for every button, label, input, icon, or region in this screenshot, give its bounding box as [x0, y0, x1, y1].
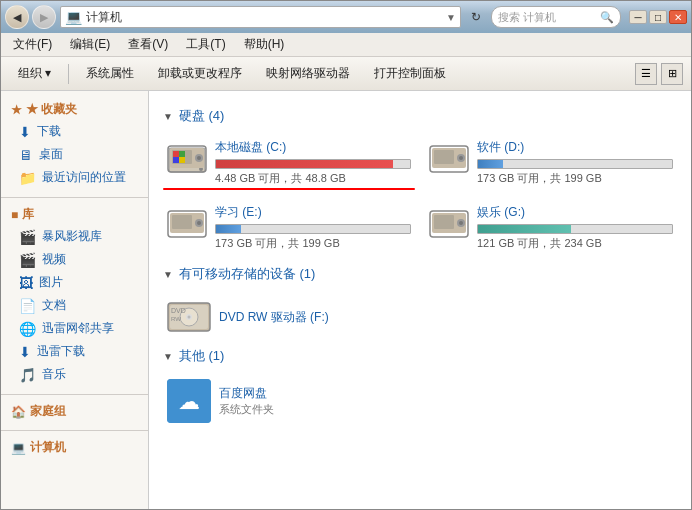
homegroup-icon: 🏠 [11, 405, 26, 419]
music-icon: 🎵 [19, 367, 36, 383]
sidebar-item-download[interactable]: ⬇ 下载 [1, 120, 148, 143]
svg-text:☁: ☁ [178, 389, 200, 414]
favorites-title[interactable]: ★ ★ 收藏夹 [1, 97, 148, 120]
drive-c[interactable]: 本地磁盘 (C:) 4.48 GB 可用，共 48.8 GB [163, 135, 415, 190]
sidebar-item-docs[interactable]: 📄 文档 [1, 294, 148, 317]
dvd-icon: DVD RW [167, 297, 211, 337]
svg-text:RW: RW [171, 316, 181, 322]
drive-d-progress [477, 159, 673, 169]
hard-disks-grid: 本地磁盘 (C:) 4.48 GB 可用，共 48.8 GB [163, 135, 677, 255]
view-options-button[interactable]: ☰ [635, 63, 657, 85]
properties-button[interactable]: 系统属性 [77, 60, 143, 87]
menu-help[interactable]: 帮助(H) [236, 34, 293, 55]
library-icon: ■ [11, 208, 18, 222]
content-area: ▼ 硬盘 (4) [149, 91, 691, 509]
sidebar-item-desktop[interactable]: 🖥 桌面 [1, 143, 148, 166]
drive-c-fill [216, 160, 393, 168]
drive-c-progress [215, 159, 411, 169]
toolbar-right: ☰ ⊞ [635, 63, 683, 85]
sidebar-item-video[interactable]: 🎬 视频 [1, 248, 148, 271]
sidebar-item-xunlei-share[interactable]: 🌐 迅雷网邻共享 [1, 317, 148, 340]
forward-button[interactable]: ▶ [32, 5, 56, 29]
drive-g[interactable]: 娱乐 (G:) 121 GB 可用，共 234 GB [425, 200, 677, 255]
drive-c-space: 4.48 GB 可用，共 48.8 GB [215, 171, 411, 186]
svg-rect-11 [179, 157, 185, 163]
back-button[interactable]: ◀ [5, 5, 29, 29]
close-button[interactable]: ✕ [669, 10, 687, 24]
drive-d-fill [478, 160, 503, 168]
search-placeholder: 搜索 计算机 [498, 10, 597, 25]
storm-icon: 🎬 [19, 229, 36, 245]
dvd-drive[interactable]: DVD RW DVD RW 驱动器 (F:) [163, 293, 677, 341]
xunlei-download-icon: ⬇ [19, 344, 31, 360]
window: ◀ ▶ 💻 计算机 ▼ ↻ 搜索 计算机 🔍 ─ □ ✕ 文件(F) 编辑(E)… [0, 0, 692, 510]
address-dropdown-icon[interactable]: ▼ [446, 12, 456, 23]
homegroup-title[interactable]: 🏠 家庭组 [1, 399, 148, 422]
svg-rect-10 [173, 157, 179, 163]
sidebar-item-storm[interactable]: 🎬 暴风影视库 [1, 225, 148, 248]
menu-tools[interactable]: 工具(T) [178, 34, 233, 55]
toolbar: 组织 ▾ 系统属性 卸载或更改程序 映射网络驱动器 打开控制面板 ☰ ⊞ [1, 57, 691, 91]
pictures-icon: 🖼 [19, 275, 33, 291]
uninstall-button[interactable]: 卸载或更改程序 [149, 60, 251, 87]
drive-g-icon [429, 204, 469, 242]
menu-file[interactable]: 文件(F) [5, 34, 60, 55]
sidebar-item-xunlei-download[interactable]: ⬇ 迅雷下载 [1, 340, 148, 363]
drive-e-icon [167, 204, 207, 242]
sidebar-divider-3 [1, 430, 148, 431]
desktop-icon: 🖥 [19, 147, 33, 163]
title-bar: ◀ ▶ 💻 计算机 ▼ ↻ 搜索 计算机 🔍 ─ □ ✕ [1, 1, 691, 33]
nav-buttons: ◀ ▶ [5, 5, 56, 29]
organize-button[interactable]: 组织 ▾ [9, 60, 60, 87]
hard-disks-collapse-icon[interactable]: ▼ [163, 111, 173, 122]
sidebar: ★ ★ 收藏夹 ⬇ 下载 🖥 桌面 📁 最近访问的位置 [1, 91, 149, 509]
svg-point-7 [197, 156, 201, 160]
recent-icon: 📁 [19, 170, 36, 186]
refresh-button[interactable]: ↻ [465, 6, 487, 28]
drive-d[interactable]: 软件 (D:) 173 GB 可用，共 199 GB [425, 135, 677, 190]
svg-point-16 [459, 156, 463, 160]
main-area: ★ ★ 收藏夹 ⬇ 下载 🖥 桌面 📁 最近访问的位置 [1, 91, 691, 509]
address-bar[interactable]: 💻 计算机 ▼ [60, 6, 461, 28]
baidu-type: 系统文件夹 [219, 402, 274, 417]
removable-header: ▼ 有可移动存储的设备 (1) [163, 265, 677, 283]
menu-view[interactable]: 查看(V) [120, 34, 176, 55]
other-collapse-icon[interactable]: ▼ [163, 351, 173, 362]
search-bar[interactable]: 搜索 计算机 🔍 [491, 6, 621, 28]
drive-d-name: 软件 (D:) [477, 139, 673, 156]
control-panel-button[interactable]: 打开控制面板 [365, 60, 455, 87]
menu-edit[interactable]: 编辑(E) [62, 34, 118, 55]
other-header: ▼ 其他 (1) [163, 347, 677, 365]
computer-title[interactable]: 💻 计算机 [1, 435, 148, 458]
drive-c-name: 本地磁盘 (C:) [215, 139, 411, 156]
sidebar-item-recent[interactable]: 📁 最近访问的位置 [1, 166, 148, 189]
svg-rect-8 [173, 151, 179, 157]
baidu-item[interactable]: ☁ 百度网盘 系统文件夹 [163, 375, 677, 427]
minimize-button[interactable]: ─ [629, 10, 647, 24]
map-drive-button[interactable]: 映射网络驱动器 [257, 60, 359, 87]
star-icon: ★ [11, 103, 22, 117]
drive-g-space: 121 GB 可用，共 234 GB [477, 236, 673, 251]
drive-d-icon [429, 139, 469, 177]
maximize-button[interactable]: □ [649, 10, 667, 24]
favorites-section: ★ ★ 收藏夹 ⬇ 下载 🖥 桌面 📁 最近访问的位置 [1, 97, 148, 189]
sidebar-item-music[interactable]: 🎵 音乐 [1, 363, 148, 386]
drive-g-info: 娱乐 (G:) 121 GB 可用，共 234 GB [477, 204, 673, 251]
pane-toggle-button[interactable]: ⊞ [661, 63, 683, 85]
svg-text:DVD: DVD [171, 307, 186, 314]
baidu-name: 百度网盘 [219, 385, 274, 402]
library-title[interactable]: ■ 库 [1, 202, 148, 225]
drive-c-icon [167, 139, 207, 177]
drive-g-fill [478, 225, 571, 233]
drive-d-info: 软件 (D:) 173 GB 可用，共 199 GB [477, 139, 673, 186]
drive-c-info: 本地磁盘 (C:) 4.48 GB 可用，共 48.8 GB [215, 139, 411, 186]
drive-e[interactable]: 学习 (E:) 173 GB 可用，共 199 GB [163, 200, 415, 255]
drive-e-info: 学习 (E:) 173 GB 可用，共 199 GB [215, 204, 411, 251]
sidebar-item-pictures[interactable]: 🖼 图片 [1, 271, 148, 294]
drive-e-fill [216, 225, 241, 233]
search-icon: 🔍 [600, 11, 614, 24]
baidu-info: 百度网盘 系统文件夹 [219, 385, 274, 417]
video-icon: 🎬 [19, 252, 36, 268]
svg-point-21 [197, 221, 201, 225]
removable-collapse-icon[interactable]: ▼ [163, 269, 173, 280]
